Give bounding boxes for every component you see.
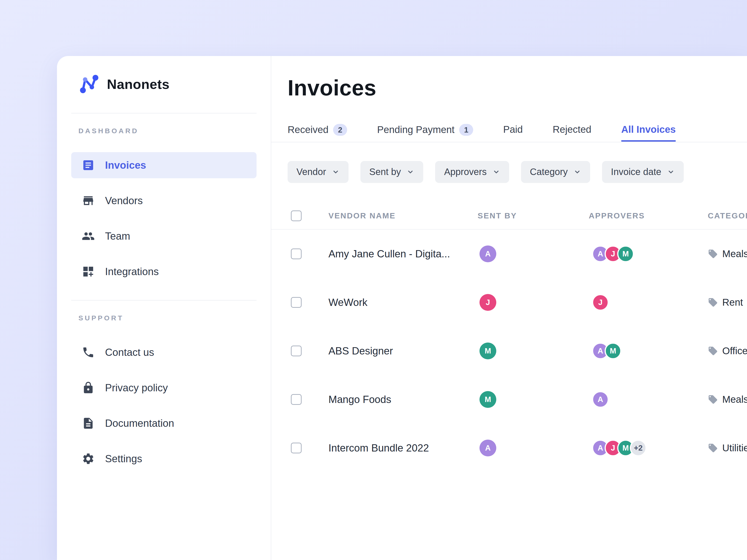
approvers-stack: AM (589, 343, 708, 359)
page-title: Invoices (288, 77, 747, 100)
tag-icon (708, 443, 718, 453)
lock-icon (82, 381, 95, 394)
sidebar-item-privacy-policy[interactable]: Privacy policy (71, 375, 257, 401)
table-row[interactable]: WeWork J J Rent (271, 278, 747, 327)
sidebar-item-documentation[interactable]: Documentation (71, 410, 257, 436)
row-checkbox[interactable] (291, 394, 302, 405)
store-icon (82, 194, 95, 207)
vendor-name: WeWork (329, 297, 367, 308)
sidebar: Nanonets DASHBOARD Invoices Vendors Team… (57, 56, 271, 560)
category-label: Utilities (722, 443, 747, 454)
dashboard-menu: Invoices Vendors Team Integrations (71, 152, 257, 285)
filter-category[interactable]: Category (521, 161, 590, 183)
brand-logo[interactable]: Nanonets (78, 73, 257, 95)
support-menu: Contact us Privacy policy Documentation … (71, 339, 257, 472)
vendor-name: ABS Designer (329, 345, 393, 356)
tab-badge: 2 (333, 124, 347, 136)
category-label: Rent (722, 297, 743, 308)
people-icon (82, 230, 95, 243)
sidebar-item-label: Contact us (105, 347, 154, 358)
sidebar-item-label: Team (105, 230, 130, 242)
tab-bar: Received 2 Pending Payment 1 Paid Reject… (271, 124, 747, 142)
tab-label: Rejected (552, 124, 591, 135)
approver-avatar: M (604, 343, 621, 359)
chevron-down-icon (573, 168, 581, 176)
section-label-dashboard: DASHBOARD (78, 127, 257, 135)
category-label: Meals (722, 394, 747, 405)
brand-name: Nanonets (107, 76, 170, 92)
tag-icon (708, 249, 718, 259)
chevron-down-icon (492, 168, 500, 176)
vendor-name: Intercom Bundle 2022 (329, 442, 429, 454)
sidebar-item-label: Documentation (105, 418, 174, 429)
document-icon (82, 417, 95, 430)
filter-invoice-date[interactable]: Invoice date (602, 161, 684, 183)
sent-by-avatar: M (480, 343, 496, 359)
table-row[interactable]: Amy Jane Cullen - Digita... A AJM Meals (271, 230, 747, 278)
divider (71, 300, 257, 300)
filter-vendor[interactable]: Vendor (288, 161, 349, 183)
approver-avatar: J (592, 294, 609, 311)
tab-label: Received (288, 124, 329, 135)
approvers-stack: A (589, 391, 708, 408)
tab-pending-payment[interactable]: Pending Payment 1 (377, 124, 473, 142)
tag-icon (708, 297, 718, 308)
sidebar-item-label: Privacy policy (105, 382, 168, 394)
phone-icon (82, 346, 95, 359)
table-header: VENDOR NAME SENT BY APPROVERS CATEGORY (271, 203, 747, 230)
sidebar-item-label: Invoices (105, 159, 146, 171)
sidebar-item-team[interactable]: Team (71, 223, 257, 249)
chevron-down-icon (406, 168, 414, 176)
sidebar-item-settings[interactable]: Settings (71, 446, 257, 472)
tab-all-invoices[interactable]: All Invoices (621, 124, 675, 141)
table-row[interactable]: ABS Designer M AM Office (271, 327, 747, 375)
approver-avatar: M (617, 245, 634, 262)
category-label: Meals (722, 248, 747, 260)
row-checkbox[interactable] (291, 346, 302, 356)
tab-badge: 1 (459, 124, 473, 136)
filter-label: Invoice date (611, 167, 661, 177)
filter-sent-by[interactable]: Sent by (360, 161, 423, 183)
sent-by-avatar: A (480, 439, 496, 456)
row-checkbox[interactable] (291, 443, 302, 453)
tab-rejected[interactable]: Rejected (552, 124, 591, 141)
sidebar-item-contact-us[interactable]: Contact us (71, 339, 257, 365)
approvers-stack: J (589, 294, 708, 311)
main-content: Invoices Received 2 Pending Payment 1 Pa… (271, 56, 747, 560)
sidebar-item-invoices[interactable]: Invoices (71, 152, 257, 178)
column-header-vendor-name: VENDOR NAME (329, 211, 478, 220)
divider (71, 113, 257, 113)
sent-by-avatar: A (480, 245, 496, 262)
tab-received[interactable]: Received 2 (288, 124, 347, 142)
filter-bar: Vendor Sent by Approvers Category Invoic… (288, 161, 747, 183)
nanonets-logo-icon (78, 73, 100, 95)
category-label: Office (722, 345, 747, 356)
sidebar-item-vendors[interactable]: Vendors (71, 188, 257, 214)
tab-paid[interactable]: Paid (503, 124, 523, 141)
tab-label: All Invoices (621, 124, 675, 135)
row-checkbox[interactable] (291, 297, 302, 308)
chevron-down-icon (332, 168, 340, 176)
select-all-checkbox[interactable] (291, 211, 302, 221)
row-checkbox[interactable] (291, 248, 302, 259)
sent-by-avatar: J (480, 294, 496, 311)
tab-label: Pending Payment (377, 124, 455, 135)
sidebar-item-label: Vendors (105, 195, 143, 207)
tab-label: Paid (503, 124, 523, 135)
approver-avatar: A (592, 391, 609, 408)
filter-label: Vendor (297, 167, 326, 177)
app-window: Nanonets DASHBOARD Invoices Vendors Team… (57, 56, 747, 560)
gear-icon (82, 452, 95, 465)
tag-icon (708, 394, 718, 405)
filter-label: Sent by (369, 167, 401, 177)
grid-plus-icon (82, 265, 95, 278)
tag-icon (708, 346, 718, 356)
sidebar-item-integrations[interactable]: Integrations (71, 259, 257, 285)
approvers-stack: AJM (589, 245, 708, 262)
filter-approvers[interactable]: Approvers (435, 161, 509, 183)
chevron-down-icon (667, 168, 675, 176)
invoice-icon (82, 159, 95, 172)
table-row[interactable]: Mango Foods M A Meals (271, 375, 747, 424)
table-row[interactable]: Intercom Bundle 2022 A AJM+2 Utilities (271, 424, 747, 472)
column-header-approvers: APPROVERS (589, 211, 708, 220)
